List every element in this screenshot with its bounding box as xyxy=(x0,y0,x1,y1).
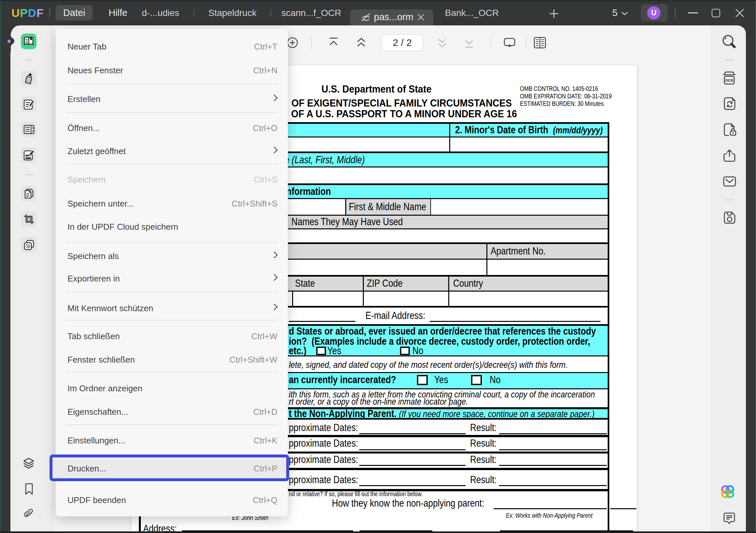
svg-text:OCR: OCR xyxy=(725,79,734,83)
